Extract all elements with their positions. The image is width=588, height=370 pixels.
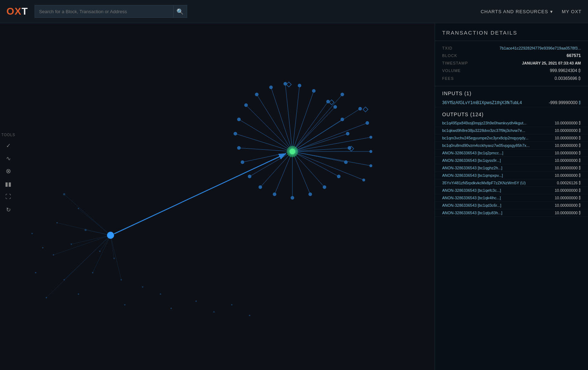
txid-label: TXID (442, 46, 452, 50)
input-amount-0: -999.99990000 ₿ (549, 100, 581, 105)
inputs-section-header: INPUTS (1) (435, 86, 588, 98)
output-address-12: ANON-3286336543 [bc1qtju83h...] (442, 211, 551, 215)
output-amount-9: 10.00000000 ₿ (555, 188, 581, 192)
main-transaction-arrow (114, 154, 286, 234)
link-tool-button[interactable]: ⊗ (2, 165, 14, 177)
svg-point-89 (333, 105, 337, 109)
svg-point-73 (244, 103, 248, 107)
timestamp-label: TIMESTAMP (442, 61, 468, 65)
output-item-1[interactable]: bc1qkwd9h8re38ju3228dvv3zc37f9kj3chvw7e.… (435, 127, 588, 134)
output-amount-3: 10.00000000 ₿ (555, 143, 581, 148)
output-rays (234, 82, 372, 200)
svg-point-87 (346, 132, 349, 135)
svg-line-27 (78, 209, 111, 235)
output-address-2: bc1qm3vchv245egyumpe2vc3yrx8clp2mqyyqdy.… (442, 136, 551, 140)
svg-line-25 (64, 194, 111, 235)
svg-point-19 (231, 304, 232, 305)
output-address-11: ANON-3286336543 [bc1qd3c6r...] (442, 203, 551, 207)
svg-line-36 (46, 235, 111, 298)
svg-point-12 (78, 293, 79, 295)
output-item-3[interactable]: bc1q0ru8md90vzm4cckhyaxz7w05vpgsgy85h7x.… (435, 142, 588, 149)
pause-tool-button[interactable]: ▮▮ (2, 178, 14, 190)
txid-value[interactable]: 7b1ace41c229282f4779e9396e719aa0578f3... (500, 46, 581, 50)
output-item-7[interactable]: ANON-3286336543 [bc1qmpxpv...] 10.000000… (435, 172, 588, 179)
svg-point-69 (298, 84, 301, 87)
svg-line-65 (292, 151, 371, 166)
transaction-details-panel: TRANSACTION DETAILS TXID 7b1ace41c229282… (435, 23, 588, 370)
svg-line-61 (292, 109, 360, 151)
output-item-2[interactable]: bc1qm3vchv245egyumpe2vc3yrx8clp2mqyyqdy.… (435, 134, 588, 142)
tx-panel-header: TRANSACTION DETAILS (435, 23, 588, 41)
svg-marker-97 (329, 100, 334, 105)
background-nodes (31, 193, 250, 316)
output-amount-7: 10.00000000 ₿ (555, 173, 581, 178)
output-item-10[interactable]: ANON-3286336543 [bc1qk4lhc...] 10.000000… (435, 194, 588, 202)
svg-line-48 (250, 151, 292, 176)
logo[interactable]: OXT (6, 6, 28, 17)
output-item-11[interactable]: ANON-3286336543 [bc1qd3c6r...] 10.000000… (435, 202, 588, 209)
svg-line-31 (53, 235, 111, 255)
search-input[interactable] (35, 5, 174, 18)
volume-row: VOLUME 999.99624304 ₿ (442, 67, 581, 74)
svg-point-96 (362, 179, 365, 181)
output-amount-1: 10.00000000 ₿ (555, 128, 581, 133)
tools-panel: TOOLS ✓ ∿ ⊗ ▮▮ ⛶ ↻ (0, 130, 17, 220)
fees-value: 0.00365696 ₿ (554, 76, 581, 81)
check-tool-button[interactable]: ✓ (2, 140, 14, 151)
output-amount-5: 10.00000000 ₿ (555, 158, 581, 163)
svg-line-66 (292, 151, 364, 180)
search-button[interactable]: 🔍 (174, 5, 187, 18)
volume-label: VOLUME (442, 68, 461, 73)
svg-point-88 (341, 118, 344, 121)
logo-t-letter: T (21, 6, 28, 17)
block-value[interactable]: 667571 (567, 53, 581, 58)
output-item-8[interactable]: 35YxYi481zN5rpdkvkcMx8pF7zZKNzWm5Y (U) 0… (435, 179, 588, 187)
svg-point-82 (308, 192, 312, 196)
svg-point-68 (312, 89, 316, 93)
reset-tool-button[interactable]: ↻ (2, 204, 14, 215)
block-row: BLOCK 667571 (442, 52, 581, 60)
tx-details-table: TXID 7b1ace41c229282f4779e9396e719aa0578… (435, 41, 588, 86)
svg-point-78 (248, 175, 251, 178)
svg-point-90 (341, 93, 344, 96)
charts-resources-button[interactable]: CHARTS AND RESOURCES ▾ (481, 9, 553, 14)
svg-point-24 (31, 233, 33, 234)
tools-label: TOOLS (1, 133, 15, 137)
output-item-6[interactable]: ANON-3286336543 [bc1qghz2h...] 10.000000… (435, 164, 588, 172)
my-oxt-label: MY OXT (562, 9, 582, 14)
output-amount-8: 0.00026126 ₿ (557, 181, 581, 185)
output-amount-6: 10.00000000 ₿ (555, 166, 581, 170)
svg-point-92 (365, 121, 369, 125)
svg-point-93 (369, 136, 372, 139)
svg-point-77 (241, 160, 244, 164)
timestamp-value: JANUARY 25, 2021 07:33:43 AM (522, 61, 581, 65)
output-item-4[interactable]: ANON-3286336543 [bc1q2pmcc...] 10.000000… (435, 149, 588, 157)
expand-tool-button[interactable]: ⛶ (2, 191, 14, 202)
center-node-inner (290, 149, 295, 154)
svg-line-54 (292, 151, 339, 176)
svg-point-81 (291, 196, 294, 200)
output-item-0[interactable]: bc1q495px849xsj0mpjz23h9e0hwnkvydh4kgut.… (435, 119, 588, 127)
svg-line-46 (239, 148, 292, 151)
txid-row: TXID 7b1ace41c229282f4779e9396e719aa0578… (442, 45, 581, 52)
output-address-10: ANON-3286336543 [bc1qk4lhc...] (442, 196, 551, 200)
svg-point-76 (237, 146, 241, 150)
output-address-1: bc1qkwd9h8re38ju3228dvv3zc37f9kj3chvw7e.… (442, 128, 551, 133)
input-item-0[interactable]: 36Yf5zAfGLvY1mB1XpwsZ1thjX3fkTubL4 -999.… (435, 98, 588, 107)
svg-line-56 (292, 148, 349, 151)
wave-tool-button[interactable]: ∿ (2, 153, 14, 164)
output-item-5[interactable]: ANON-3286336543 [bc1qyss9r...] 10.000000… (435, 157, 588, 164)
inputs-list: 36Yf5zAfGLvY1mB1XpwsZ1thjX3fkTubL4 -999.… (435, 98, 588, 107)
svg-line-28 (86, 230, 111, 235)
my-oxt-button[interactable]: MY OXT (562, 9, 582, 14)
svg-point-23 (42, 247, 44, 248)
timestamp-row: TIMESTAMP JANUARY 25, 2021 07:33:43 AM (442, 60, 581, 67)
svg-point-79 (259, 185, 262, 189)
output-item-9[interactable]: ANON-3286336543 [bc1qefc3c...] 10.000000… (435, 187, 588, 194)
input-node[interactable] (107, 232, 114, 239)
svg-line-44 (239, 119, 292, 151)
output-item-12[interactable]: ANON-3286336543 [bc1qtju83h...] 10.00000… (435, 209, 588, 217)
outputs-list: bc1q495px849xsj0mpjz23h9e0hwnkvydh4kgut.… (435, 119, 588, 217)
svg-point-74 (237, 118, 241, 121)
main-canvas[interactable]: TOOLS ✓ ∿ ⊗ ▮▮ ⛶ ↻ TRANSACTION DETAILS T… (0, 23, 588, 370)
